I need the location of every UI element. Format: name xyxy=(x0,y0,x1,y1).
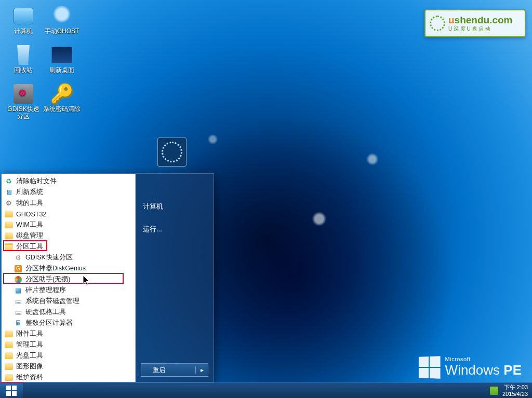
desktop-icons: 计算机 手动GHOST 回收站 刷新桌面 GDISK快速分区 🔑 系统密码清除 xyxy=(4,4,81,121)
folder-icon xyxy=(5,210,13,218)
start-menu-item-label: WIM工具 xyxy=(16,221,43,229)
restart-label: 重启 xyxy=(141,366,195,375)
desktop-icon-label: 手动GHOST xyxy=(45,28,79,35)
defrag-icon: ▦ xyxy=(14,286,22,295)
user-avatar xyxy=(157,158,187,167)
folder-icon xyxy=(5,363,13,371)
os-name: Windows xyxy=(445,362,500,378)
start-menu-item[interactable]: ⚙GDISK快速分区 xyxy=(2,252,135,263)
os-suffix: PE xyxy=(503,362,522,378)
gdisk-icon: ⚙ xyxy=(14,254,22,262)
start-menu-item-label: 磁盘管理 xyxy=(16,231,43,240)
start-menu-item[interactable]: 图形图像 xyxy=(2,361,135,372)
brand-u: u xyxy=(448,15,455,25)
start-menu-item-label: GHOST32 xyxy=(16,211,46,218)
calc-icon: 🖩 xyxy=(14,319,22,327)
start-menu-item[interactable]: 附件工具 xyxy=(2,328,135,339)
brand-watermark: ushendu.com U 深 度 U 盘 启 动 xyxy=(424,9,526,37)
start-menu-item[interactable]: GHOST32 xyxy=(2,209,135,219)
start-menu-item-label: 整数分区计算器 xyxy=(25,319,73,327)
lowfmt-icon: 🖴 xyxy=(14,308,22,317)
folderopen-icon xyxy=(5,243,13,251)
start-menu-item[interactable]: ⚙我的工具 xyxy=(2,198,135,209)
folder-icon xyxy=(5,221,13,229)
gdisk-icon xyxy=(14,84,33,104)
start-menu-item-label: 图形图像 xyxy=(16,362,43,371)
start-menu-item-label: 清除临时文件 xyxy=(16,177,57,186)
avatar-swirl-icon xyxy=(162,142,182,162)
start-menu-item-label: 刷新系统 xyxy=(16,188,43,197)
start-menu-item[interactable]: 🖴硬盘低格工具 xyxy=(2,307,135,318)
start-menu-item-label: 系统自带磁盘管理 xyxy=(25,297,79,306)
start-menu-item-label: 附件工具 xyxy=(16,330,43,338)
start-menu-item[interactable]: WIM工具 xyxy=(2,219,135,230)
desktop-icon-recycle[interactable]: 回收站 xyxy=(4,43,43,82)
start-menu-item-label: 光盘工具 xyxy=(16,351,43,360)
start-menu-item-label: 分区工具 xyxy=(16,242,43,251)
start-menu-item-label: 分区助手(无损) xyxy=(25,275,70,284)
start-menu-item[interactable]: G分区神器DiskGenius xyxy=(2,263,135,274)
start-menu-item[interactable]: 🖥刷新系统 xyxy=(2,187,135,198)
ghost-icon xyxy=(51,6,72,26)
tray-time: 下午 2:03 xyxy=(502,384,528,391)
start-menu-item-label: 管理工具 xyxy=(16,340,43,349)
key-icon: 🔑 xyxy=(50,83,74,105)
windows-logo-icon xyxy=(419,356,441,379)
brand-tld: .com xyxy=(489,15,512,25)
folder-icon xyxy=(5,330,13,338)
desktop-icon-refresh[interactable]: 刷新桌面 xyxy=(43,43,81,82)
computer-icon xyxy=(14,8,33,24)
gear-icon: ⚙ xyxy=(5,199,13,208)
desktop-icon-computer[interactable]: 计算机 xyxy=(4,4,43,43)
folder-icon xyxy=(5,352,13,360)
start-menu-item[interactable]: 分区助手(无损) xyxy=(2,274,135,285)
start-menu-item[interactable]: 分区工具 xyxy=(2,241,135,252)
desktop-icon-gdisk[interactable]: GDISK快速分区 xyxy=(4,82,43,121)
start-menu-item[interactable]: 磁盘管理 xyxy=(2,230,135,241)
desktop-icon-pwclear[interactable]: 🔑 系统密码清除 xyxy=(43,82,81,121)
refresh-desktop-icon xyxy=(51,47,72,63)
desktop-icon-ghost[interactable]: 手动GHOST xyxy=(43,4,81,43)
taskbar: 下午 2:03 2015/4/23 xyxy=(0,382,532,398)
restart-options-arrow[interactable]: ▸ xyxy=(195,366,208,374)
restart-button[interactable]: 重启 ▸ xyxy=(141,363,208,377)
start-menu-item[interactable]: 光盘工具 xyxy=(2,350,135,361)
start-menu-item-label: GDISK快速分区 xyxy=(25,253,73,262)
desktop-icon-label: 计算机 xyxy=(14,28,33,35)
recycle-bin-icon xyxy=(16,45,31,65)
pa-icon xyxy=(14,276,22,284)
start-menu-programs: ♻清除临时文件🖥刷新系统⚙我的工具GHOST32WIM工具磁盘管理分区工具⚙GD… xyxy=(2,174,136,382)
start-button[interactable] xyxy=(0,383,23,399)
start-menu-item[interactable]: 维护资料 xyxy=(2,372,135,382)
start-menu-item[interactable]: 管理工具 xyxy=(2,339,135,350)
start-menu-item-label: 碎片整理程序 xyxy=(25,286,66,295)
diskmgmt-icon: 🖴 xyxy=(14,297,22,306)
os-watermark: Microsoft Windows PE xyxy=(418,356,522,378)
tray-app-icon[interactable] xyxy=(490,387,498,395)
brand-name: shendu xyxy=(455,15,490,25)
brand-subtitle: U 深 度 U 盘 启 动 xyxy=(448,26,513,32)
folder-icon xyxy=(5,232,13,240)
folder-icon xyxy=(5,374,13,382)
start-menu-computer[interactable]: 计算机 xyxy=(141,199,208,214)
start-menu-run[interactable]: 运行... xyxy=(141,222,208,237)
desktop-icon-label: 刷新桌面 xyxy=(49,67,74,74)
start-menu-item-label: 维护资料 xyxy=(16,373,43,382)
start-menu-item-label: 分区神器DiskGenius xyxy=(25,264,86,273)
brand-swirl-icon xyxy=(430,16,445,31)
refresh-icon: 🖥 xyxy=(5,188,13,197)
dg-icon: G xyxy=(14,265,22,273)
start-menu-item[interactable]: ♻清除临时文件 xyxy=(2,176,135,187)
clean-icon: ♻ xyxy=(5,177,13,186)
desktop-icon-label: 系统密码清除 xyxy=(43,106,81,113)
tray-clock[interactable]: 下午 2:03 2015/4/23 xyxy=(502,384,528,397)
tray-date: 2015/4/23 xyxy=(502,391,528,397)
start-menu-item[interactable]: 🖴系统自带磁盘管理 xyxy=(2,296,135,307)
desktop-icon-label: 回收站 xyxy=(14,67,33,74)
start-menu-item[interactable]: 🖩整数分区计算器 xyxy=(2,318,135,328)
start-menu: ♻清除临时文件🖥刷新系统⚙我的工具GHOST32WIM工具磁盘管理分区工具⚙GD… xyxy=(1,173,214,382)
start-menu-places: 计算机 运行... 重启 ▸ xyxy=(136,174,214,382)
start-menu-item[interactable]: ▦碎片整理程序 xyxy=(2,285,135,296)
start-menu-item-label: 硬盘低格工具 xyxy=(25,308,66,317)
windows-start-icon xyxy=(6,386,17,396)
